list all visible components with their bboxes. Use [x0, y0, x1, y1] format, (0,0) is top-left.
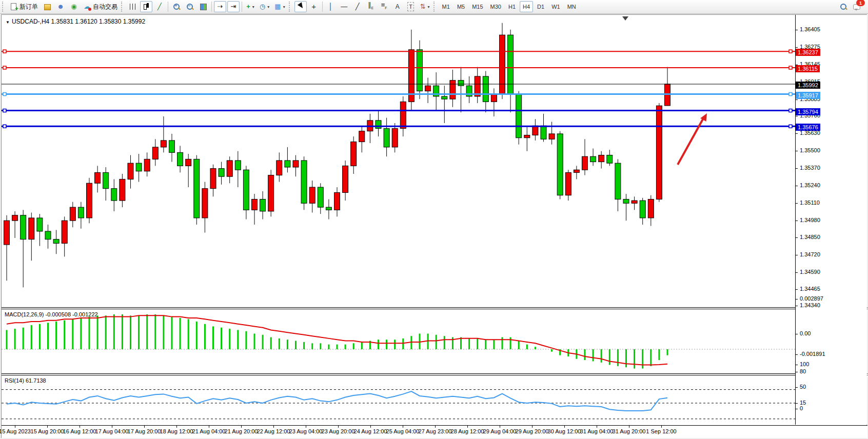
macd-label: MACD(12,26,9) -0.000508 -0.001222: [5, 311, 98, 317]
zoom-in-button[interactable]: +: [170, 1, 183, 12]
time-label: 31 Aug 04:00: [580, 428, 614, 434]
rsi-pane[interactable]: [2, 375, 795, 425]
time-label: 18 Aug 12:00: [160, 428, 193, 434]
cursor-button[interactable]: [294, 1, 307, 12]
mt4-window: +新订单☻◉☁自动交易╱+−⇢⇥+▾◷▾▦▾+│—╱∥E≡FAT⇅▾M1M5M1…: [0, 0, 868, 439]
time-label: 16 Aug 12:00: [63, 428, 96, 434]
main-toolbar: +新订单☻◉☁自动交易╱+−⇢⇥+▾◷▾▦▾+│—╱∥E≡FAT⇅▾M1M5M1…: [0, 0, 868, 14]
signals-button[interactable]: ◉: [68, 1, 80, 12]
timeframe-M15-button[interactable]: M15: [469, 1, 486, 12]
channel-button[interactable]: ∥E: [365, 1, 377, 12]
new-order-button[interactable]: +新订单: [8, 1, 40, 12]
timeframe-H1-button[interactable]: H1: [505, 1, 519, 12]
macd-pane[interactable]: [2, 309, 795, 373]
time-label: 23 Aug 20:00: [322, 428, 355, 434]
timeframe-M5-button[interactable]: M5: [454, 1, 468, 12]
rsi-label: RSI(14) 61.7138: [5, 377, 46, 384]
chart-menu-icon[interactable]: ▼: [6, 20, 10, 25]
price-line-badge: 1.36237: [796, 49, 820, 56]
time-label: 28 Aug 12:00: [451, 428, 484, 434]
timeframe-MN-button[interactable]: MN: [564, 1, 579, 12]
bar-chart-button[interactable]: [127, 1, 139, 12]
time-label: 15 Aug 20:00: [31, 428, 64, 434]
timeframe-D1-button[interactable]: D1: [534, 1, 547, 12]
chart-shift-button[interactable]: ⇥: [227, 1, 240, 12]
chart-title-text: USDCAD-,H4 1.35831 1.36120 1.35830 1.359…: [12, 18, 145, 25]
time-label: 31 Aug 20:00: [613, 428, 646, 434]
chart-window[interactable]: ▼USDCAD-,H4 1.35831 1.36120 1.35830 1.35…: [1, 14, 867, 438]
current-price-badge: 1.35992: [796, 82, 820, 89]
time-label: 27 Aug 23:00: [419, 428, 452, 434]
text-button[interactable]: A: [391, 1, 404, 12]
timeframe-W1-button[interactable]: W1: [548, 1, 563, 12]
tile-windows-button[interactable]: [197, 1, 209, 12]
notification-badge: 1: [856, 0, 865, 6]
candlestick-button[interactable]: [140, 1, 152, 12]
time-label: 21 Aug 04:00: [192, 428, 226, 434]
time-label: 17 Aug 04:00: [95, 428, 129, 434]
time-axis[interactable]: 15 Aug 202315 Aug 20:0016 Aug 12:0017 Au…: [2, 425, 867, 438]
community-button[interactable]: ☻: [54, 1, 67, 12]
zoom-out-button[interactable]: −: [184, 1, 196, 12]
line-chart-button[interactable]: ╱: [153, 1, 166, 12]
vertical-line-button[interactable]: │: [325, 1, 337, 12]
indicators-button[interactable]: +▾: [244, 1, 257, 12]
time-label: 29 Aug 20:00: [516, 428, 549, 434]
time-label: 23 Aug 04:00: [289, 428, 323, 434]
autotrading-button[interactable]: ☁自动交易: [81, 1, 120, 12]
price-line-badge: 1.35917: [796, 92, 820, 99]
text-label-button[interactable]: T: [405, 1, 417, 12]
price-axis[interactable]: 1.364051.362751.361451.360151.358851.357…: [795, 15, 867, 425]
timeframe-M30-button[interactable]: M30: [487, 1, 504, 12]
time-label: 17 Aug 20:00: [128, 428, 161, 434]
time-label: 21 Aug 20:00: [225, 428, 258, 434]
price-line-badge: 1.36115: [796, 65, 820, 72]
horizontal-line-button[interactable]: —: [338, 1, 350, 12]
time-label: 24 Aug 12:00: [354, 428, 387, 434]
price-line-badge: 1.35676: [796, 124, 820, 131]
trendline-button[interactable]: ╱: [351, 1, 364, 12]
time-label: 25 Aug 04:00: [386, 428, 420, 434]
search-button[interactable]: [837, 1, 850, 12]
crosshair-button[interactable]: +: [308, 1, 320, 12]
fibonacci-button[interactable]: ≡F: [378, 1, 390, 12]
arrows-button[interactable]: ⇅▾: [418, 1, 432, 12]
templates-button[interactable]: ▦▾: [272, 1, 287, 12]
timeframe-M1-button[interactable]: M1: [439, 1, 453, 12]
chart-cube-button[interactable]: [41, 1, 53, 12]
chart-title: ▼USDCAD-,H4 1.35831 1.36120 1.35830 1.35…: [6, 18, 145, 25]
periods-button[interactable]: ◷▾: [258, 1, 271, 12]
time-label: 22 Aug 12:00: [257, 428, 290, 434]
chat-button[interactable]: 1: [851, 1, 863, 12]
price-line-badge: 1.35794: [796, 108, 820, 115]
timeframe-H4-button[interactable]: H4: [520, 1, 533, 12]
time-label: 29 Aug 04:00: [483, 428, 517, 434]
time-label: 1 Sep 12:00: [646, 428, 676, 434]
auto-scroll-button[interactable]: ⇢: [214, 1, 226, 12]
time-label: 30 Aug 12:00: [548, 428, 581, 434]
main-price-pane[interactable]: [2, 15, 795, 307]
time-label: 15 Aug 2023: [0, 428, 31, 434]
